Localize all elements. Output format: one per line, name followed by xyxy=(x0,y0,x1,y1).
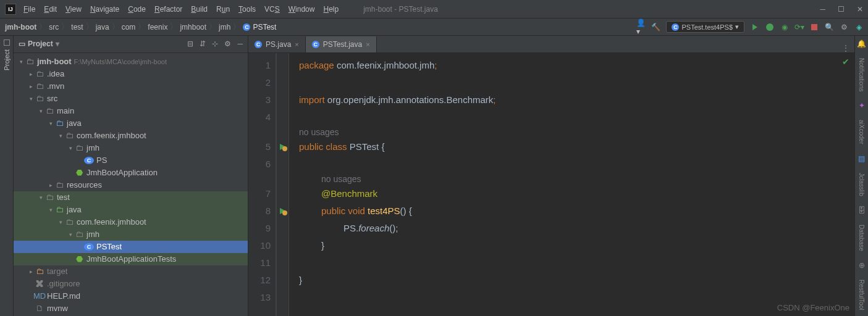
right-tool-strip: 🔔 Notifications ✦ aiXcoder ▤ Jclasslib 🗄… xyxy=(854,36,868,316)
left-tool-strip: Project xyxy=(0,36,14,316)
menu-edit[interactable]: Edit xyxy=(44,5,57,14)
tree-main[interactable]: ▾🗀main xyxy=(14,105,248,117)
tree-test[interactable]: ▾🗀test xyxy=(14,191,248,204)
tree-mvnw[interactable]: 🗋mvnw xyxy=(14,302,248,315)
square-icon[interactable] xyxy=(4,40,10,46)
gutter-marks xyxy=(277,53,289,316)
run-gutter-icon[interactable] xyxy=(277,202,289,220)
bc-project[interactable]: jmh-boot xyxy=(5,23,36,31)
jclasslib-tab[interactable]: ▤ xyxy=(858,154,865,163)
inspection-ok-icon[interactable]: ✔ xyxy=(842,57,849,67)
hide-icon[interactable]: ─ xyxy=(237,40,243,48)
tree-mvn[interactable]: ▸🗀.mvn xyxy=(14,80,248,93)
database-tab[interactable]: 🗄 xyxy=(858,206,866,215)
run-config-selector[interactable]: C PSTest.test4PS$ ▾ xyxy=(666,21,744,33)
spring-icon: ⬣ xyxy=(74,254,84,264)
menu-navigate[interactable]: Navigate xyxy=(90,5,119,14)
run-config-label: PSTest.test4PS$ xyxy=(681,23,733,31)
restful-tab[interactable]: ⊕ xyxy=(859,261,865,270)
collapse-icon[interactable]: ⊹ xyxy=(212,40,218,48)
coverage-icon[interactable]: ◉ xyxy=(780,23,789,31)
maximize-icon[interactable]: ☐ xyxy=(838,5,845,14)
bc-jmhboot[interactable]: jmhboot xyxy=(180,23,206,31)
tab-pstest[interactable]: CPSTest.java× xyxy=(306,36,377,52)
tree-pkg1[interactable]: ▾🗀com.feenix.jmhboot xyxy=(14,130,248,142)
bc-test[interactable]: test xyxy=(71,23,83,31)
watermark: CSDN @FeenixOne xyxy=(777,303,849,312)
select-opened-icon[interactable]: ⊟ xyxy=(187,40,193,48)
expand-icon[interactable]: ⇵ xyxy=(200,40,206,48)
tree-app1[interactable]: ⬣JmhBootApplication xyxy=(14,167,248,179)
usage-hint[interactable]: no usages xyxy=(299,173,854,185)
bc-java[interactable]: java xyxy=(96,23,109,31)
panel-title[interactable]: ▭ Project ▾ xyxy=(19,40,59,48)
run-icon[interactable] xyxy=(751,23,759,31)
database-label[interactable]: Database xyxy=(858,225,865,251)
tree-res[interactable]: ▸🗀resources xyxy=(14,179,248,191)
tree-target[interactable]: ▸🗀target xyxy=(14,265,248,278)
debug-icon[interactable] xyxy=(765,23,774,31)
menu-build[interactable]: Build xyxy=(191,5,208,14)
close-tab-icon[interactable]: × xyxy=(366,41,369,48)
menu-refactor[interactable]: Refactor xyxy=(154,5,182,14)
bc-com[interactable]: com xyxy=(122,23,136,31)
tree-root[interactable]: ▾🗀jmh-bootF:\MyNuts\MCA\code\jmh-boot xyxy=(14,56,248,68)
class-icon: C xyxy=(84,157,94,164)
panel-settings-icon[interactable]: ⚙ xyxy=(224,40,231,48)
menu-window[interactable]: Window xyxy=(289,5,315,14)
tree-help[interactable]: MDHELP.md xyxy=(14,290,248,302)
tree-jmh2[interactable]: ▾🗀jmh xyxy=(14,228,248,241)
search-icon[interactable]: 🔍 xyxy=(825,23,833,31)
class-icon: C xyxy=(255,41,262,48)
menu-help[interactable]: Help xyxy=(323,5,339,14)
notifications-label[interactable]: Notifications xyxy=(858,58,865,91)
notifications-tab[interactable]: 🔔 xyxy=(857,40,866,48)
menu-run[interactable]: Run xyxy=(216,5,230,14)
run-gutter-icon[interactable] xyxy=(277,138,289,156)
jclasslib-label[interactable]: Jclasslib xyxy=(858,173,865,196)
tree-pkg2[interactable]: ▾🗀com.feenix.jmhboot xyxy=(14,216,248,228)
menu-view[interactable]: View xyxy=(65,5,82,14)
stop-icon[interactable] xyxy=(810,23,819,31)
code-area[interactable]: 1234 56 78910111213 package com.feenix.j… xyxy=(248,53,854,316)
close-icon[interactable]: ✕ xyxy=(857,5,863,14)
tree-java1[interactable]: ▾🗀java xyxy=(14,117,248,130)
tree-gitignore[interactable]: 🞮.gitignore xyxy=(14,278,248,290)
app-logo: IJ xyxy=(5,4,16,15)
menu-tools[interactable]: Tools xyxy=(238,5,256,14)
tree-pstest[interactable]: CPSTest xyxy=(14,241,248,253)
build-icon[interactable]: 🔨 xyxy=(651,23,660,31)
class-icon: C xyxy=(312,41,319,48)
restful-label[interactable]: RestfulTool xyxy=(858,280,865,310)
aixcoder-tab[interactable]: ✦ xyxy=(859,101,865,110)
close-tab-icon[interactable]: × xyxy=(295,41,298,48)
tree-app2[interactable]: ⬣JmhBootApplicationTests xyxy=(14,253,248,265)
menu-file[interactable]: File xyxy=(23,5,35,14)
editor-more-icon[interactable]: ⋮ xyxy=(837,44,854,52)
bc-jmh[interactable]: jmh xyxy=(219,23,230,31)
tree-src[interactable]: ▾🗀src xyxy=(14,93,248,105)
bc-feenix[interactable]: feenix xyxy=(148,23,167,31)
settings-icon[interactable]: ⚙ xyxy=(840,23,848,31)
tree-java2[interactable]: ▾🗀java xyxy=(14,204,248,216)
svg-point-1 xyxy=(282,146,287,151)
menu-vcs[interactable]: VCS xyxy=(264,5,280,14)
project-tool-tab[interactable]: Project xyxy=(3,46,11,74)
bc-src[interactable]: src xyxy=(49,23,59,31)
usage-hint[interactable]: no usages xyxy=(299,126,854,138)
tree-ps[interactable]: CPS xyxy=(14,154,248,167)
minimize-icon[interactable]: ─ xyxy=(820,5,825,14)
code-content[interactable]: package com.feenix.jmhboot.jmh; import o… xyxy=(289,53,854,316)
bc-class[interactable]: PSTest xyxy=(253,23,276,31)
tree-idea[interactable]: ▸🗀.idea xyxy=(14,68,248,80)
menu-code[interactable]: Code xyxy=(128,5,146,14)
aixcoder-label[interactable]: aiXcoder xyxy=(858,120,865,144)
user-icon[interactable]: 👤▾ xyxy=(636,23,645,31)
tree-jmh1[interactable]: ▾🗀jmh xyxy=(14,142,248,154)
ai-icon[interactable]: ◈ xyxy=(854,23,863,31)
profile-icon[interactable]: ⟳▾ xyxy=(795,23,804,31)
main-menu: File Edit View Navigate Code Refactor Bu… xyxy=(23,5,339,14)
breadcrumb: jmh-boot〉 src〉 test〉 java〉 com〉 feenix〉 … xyxy=(5,22,276,32)
tab-ps[interactable]: CPS.java× xyxy=(248,36,306,52)
project-panel: ▭ Project ▾ ⊟ ⇵ ⊹ ⚙ ─ ▾🗀jmh-bootF:\MyNut… xyxy=(14,36,248,316)
